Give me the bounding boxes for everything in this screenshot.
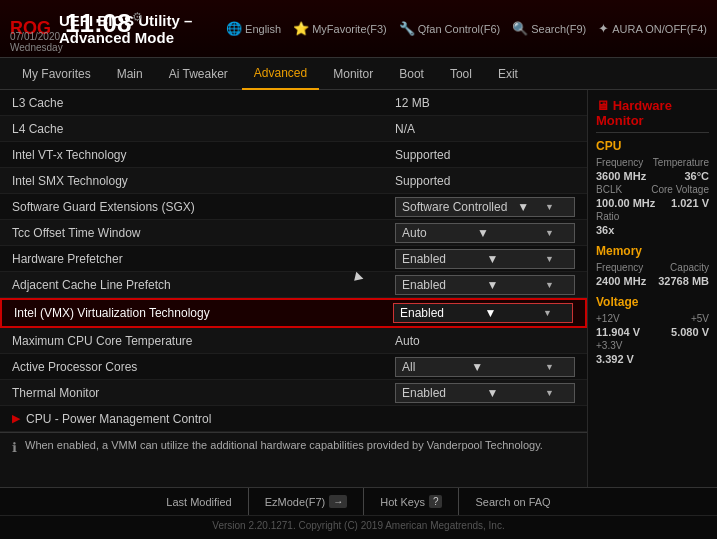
bclk-label: BCLK [596,184,622,195]
nav-monitor[interactable]: Monitor [321,58,385,90]
settings-icon[interactable]: ⚙ [132,10,143,24]
table-row: Intel SMX Technology Supported [0,168,587,194]
mem-cap-label: Capacity [670,262,709,273]
vmx-dropdown[interactable]: Enabled ▼ [393,303,573,323]
table-row[interactable]: ▶ CPU - Power Management Control [0,406,587,432]
qfan-icon: 🔧 [399,21,415,36]
row-label: Software Guard Extensions (SGX) [12,200,395,214]
row-label: L3 Cache [12,96,395,110]
row-label: Active Processor Cores [12,360,395,374]
ezmode-item[interactable]: EzMode(F7) → [249,488,365,515]
hotkeys-label: Hot Keys [380,496,425,508]
active-cores-value: All [402,360,415,374]
thermal-monitor-dropdown[interactable]: Enabled ▼ [395,383,575,403]
tcc-value: Auto [402,226,427,240]
memory-section: Memory Frequency Capacity 2400 MHz 32768… [596,244,709,287]
adjacent-cache-value: Enabled [402,278,446,292]
nav-exit[interactable]: Exit [486,58,530,90]
row-label: Intel VT-x Technology [12,148,395,162]
aura-tool[interactable]: ✦ AURA ON/OFF(F4) [598,21,707,36]
adjacent-cache-dropdown[interactable]: Enabled ▼ [395,275,575,295]
ezmode-label: EzMode(F7) [265,496,326,508]
table-row: Intel VT-x Technology Supported [0,142,587,168]
favorites-tool[interactable]: ⭐ MyFavorite(F3) [293,21,387,36]
table-row[interactable]: Tcc Offset Time Window Auto ▼ [0,220,587,246]
datetime-display: 07/01/2020Wednesday [10,31,63,53]
favorites-label: MyFavorite(F3) [312,23,387,35]
table-row[interactable]: Active Processor Cores All ▼ [0,354,587,380]
table-row: L3 Cache 12 MB [0,90,587,116]
memory-section-title: Memory [596,244,709,258]
last-modified-label: Last Modified [166,496,231,508]
v12-val: 11.904 V [596,326,640,338]
favorites-icon: ⭐ [293,21,309,36]
mem-freq-label: Frequency [596,262,643,273]
sidebar-row: 100.00 MHz 1.021 V [596,197,709,209]
sidebar-row: 11.904 V 5.080 V [596,326,709,338]
ratio-label: Ratio [596,211,619,222]
cpu-freq-val: 3600 MHz [596,170,646,182]
sidebar-row: 2400 MHz 32768 MB [596,275,709,287]
table-row[interactable]: Hardware Prefetcher Enabled ▼ [0,246,587,272]
date-text: 07/01/2020Wednesday [10,31,63,53]
navbar: My Favorites Main Ai Tweaker Advanced Mo… [0,58,717,90]
bclk-val: 100.00 MHz [596,197,655,209]
table-row-vmx[interactable]: Intel (VMX) Virtualization Technology En… [0,298,587,328]
corevolt-label: Core Voltage [651,184,709,195]
row-value: Supported [395,148,575,162]
row-value: Supported [395,174,575,188]
row-label: Maximum CPU Core Temperature [12,334,395,348]
nav-my-favorites[interactable]: My Favorites [10,58,103,90]
temp-label: Temperature [653,157,709,168]
v5-val: 5.080 V [671,326,709,338]
search-icon: 🔍 [512,21,528,36]
dropdown-arrow-icon: ▼ [517,200,529,214]
thermal-monitor-value: Enabled [402,386,446,400]
aura-icon: ✦ [598,21,609,36]
sidebar-row: Frequency Temperature [596,157,709,168]
active-cores-dropdown[interactable]: All ▼ [395,357,575,377]
nav-ai-tweaker[interactable]: Ai Tweaker [157,58,240,90]
tcc-dropdown[interactable]: Auto ▼ [395,223,575,243]
table-row: Maximum CPU Core Temperature Auto [0,328,587,354]
table-row: L4 Cache N/A [0,116,587,142]
info-icon: ℹ [12,440,17,455]
sidebar-row: BCLK Core Voltage [596,184,709,195]
mem-cap-val: 32768 MB [658,275,709,287]
sidebar-row: 36x [596,224,709,236]
hardware-monitor-sidebar: 🖥 Hardware Monitor CPU Frequency Tempera… [587,90,717,487]
table-row[interactable]: Adjacent Cache Line Prefetch Enabled ▼ [0,272,587,298]
qfan-tool[interactable]: 🔧 Qfan Control(F6) [399,21,501,36]
cpu-section: CPU Frequency Temperature 3600 MHz 36°C … [596,139,709,236]
v33-val: 3.392 V [596,353,634,365]
bios-settings-table: L3 Cache 12 MB L4 Cache N/A Intel VT-x T… [0,90,587,432]
cpu-section-title: CPU [596,139,709,153]
dropdown-arrow-icon: ▼ [485,306,497,320]
v33-label: +3.3V [596,340,622,351]
row-label: Intel SMX Technology [12,174,395,188]
nav-advanced[interactable]: Advanced [242,58,319,90]
language-icon: 🌐 [226,21,242,36]
sidebar-row: 3600 MHz 36°C [596,170,709,182]
table-row[interactable]: Thermal Monitor Enabled ▼ [0,380,587,406]
monitor-icon: 🖥 [596,98,613,113]
clock-display: 11:08 [65,8,132,39]
hw-prefetch-dropdown[interactable]: Enabled ▼ [395,249,575,269]
search-faq-label: Search on FAQ [475,496,550,508]
table-row[interactable]: Software Guard Extensions (SGX) Software… [0,194,587,220]
row-label: L4 Cache [12,122,395,136]
search-tool[interactable]: 🔍 Search(F9) [512,21,586,36]
sidebar-title: 🖥 Hardware Monitor [596,98,709,133]
row-value: N/A [395,122,575,136]
hotkeys-item[interactable]: Hot Keys ? [364,488,459,515]
nav-tool[interactable]: Tool [438,58,484,90]
language-tool[interactable]: 🌐 English [226,21,281,36]
row-label: CPU - Power Management Control [26,412,395,426]
search-faq-item[interactable]: Search on FAQ [459,488,566,515]
nav-main[interactable]: Main [105,58,155,90]
last-modified-item[interactable]: Last Modified [150,488,248,515]
aura-label: AURA ON/OFF(F4) [612,23,707,35]
sgx-value: Software Controlled [402,200,507,214]
nav-boot[interactable]: Boot [387,58,436,90]
sgx-dropdown[interactable]: Software Controlled ▼ [395,197,575,217]
